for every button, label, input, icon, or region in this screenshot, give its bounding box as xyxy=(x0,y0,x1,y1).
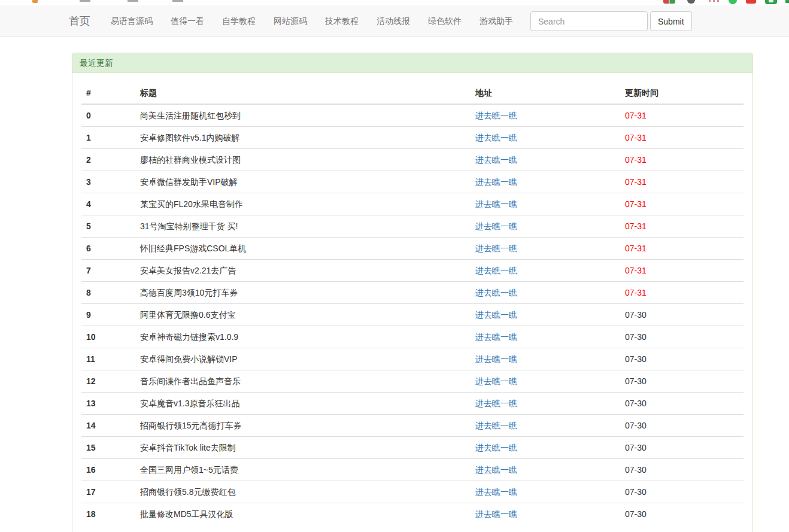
recent-updates-panel: 最近更新 # 标题 地址 更新时间 0 尚美生活注册随机红包秒到 xyxy=(72,53,753,532)
row-title: 31号淘宝特别整理干货 买! xyxy=(135,215,471,238)
row-title: 廖桔的社群商业模式设计图 xyxy=(135,149,471,171)
row-address-cell: 进去瞧一瞧 xyxy=(471,370,620,393)
table-row: 8 高德百度周3领10元打车券 进去瞧一瞧 07-31 xyxy=(81,282,744,304)
row-title: 安卓得间免费小说解锁VIP xyxy=(135,348,471,370)
enter-link[interactable]: 进去瞧一瞧 xyxy=(475,221,517,231)
row-title: 阿里体育无限撸0.6支付宝 xyxy=(135,304,471,326)
enter-link[interactable]: 进去瞧一瞧 xyxy=(475,509,517,519)
table-row: 14 招商银行领15元高德打车券 进去瞧一瞧 07-30 xyxy=(81,415,744,437)
green-extension-icon[interactable] xyxy=(765,0,777,4)
table-row: 15 安卓抖音TikTok lite去限制 进去瞧一瞧 07-30 xyxy=(81,437,744,459)
nav-item-5[interactable]: 活动线报 xyxy=(368,5,419,37)
enter-link[interactable]: 进去瞧一瞧 xyxy=(475,465,517,475)
enter-link[interactable]: 进去瞧一瞧 xyxy=(475,443,517,452)
row-title: 尚美生活注册随机红包秒到 xyxy=(135,104,471,127)
enter-link[interactable]: 进去瞧一瞧 xyxy=(475,155,517,165)
row-date: 07-30 xyxy=(620,370,744,393)
row-index: 15 xyxy=(81,437,135,459)
updates-table: # 标题 地址 更新时间 0 尚美生活注册随机红包秒到 进去瞧一瞧 07-31 … xyxy=(81,82,744,525)
row-address-cell: 进去瞧一瞧 xyxy=(471,393,620,415)
enter-link[interactable]: 进去瞧一瞧 xyxy=(475,332,517,342)
enter-link[interactable]: 进去瞧一瞧 xyxy=(475,354,517,364)
green-status-icon[interactable] xyxy=(729,0,737,4)
nav-item-3[interactable]: 网站源码 xyxy=(265,5,316,37)
row-address-cell: 进去瞧一瞧 xyxy=(471,348,620,370)
menu-dots-icon[interactable] xyxy=(709,0,719,2)
red-extension-icon[interactable] xyxy=(746,0,756,4)
row-address-cell: 进去瞧一瞧 xyxy=(471,260,620,282)
nav-item-6[interactable]: 绿色软件 xyxy=(419,5,471,37)
enter-link[interactable]: 进去瞧一瞧 xyxy=(475,133,517,142)
row-index: 6 xyxy=(81,238,135,260)
row-index: 4 xyxy=(81,193,135,215)
nav-item-1[interactable]: 值得一看 xyxy=(162,5,213,37)
row-index: 16 xyxy=(81,459,135,481)
row-index: 3 xyxy=(81,171,135,193)
enter-link[interactable]: 进去瞧一瞧 xyxy=(475,177,517,187)
row-index: 14 xyxy=(81,415,135,437)
row-date: 07-30 xyxy=(620,459,744,481)
row-date: 07-31 xyxy=(620,171,744,193)
table-row: 0 尚美生活注册随机红包秒到 进去瞧一瞧 07-31 xyxy=(81,104,744,127)
table-row: 9 阿里体育无限撸0.6支付宝 进去瞧一瞧 07-30 xyxy=(81,304,744,326)
enter-link[interactable]: 进去瞧一瞧 xyxy=(475,199,517,209)
row-date: 07-30 xyxy=(620,503,744,525)
translate-icon[interactable] xyxy=(663,0,675,4)
row-date: 07-31 xyxy=(620,238,744,260)
table-row: 4 某宝买的FL20水果电音制作 进去瞧一瞧 07-31 xyxy=(81,193,744,215)
enter-link[interactable]: 进去瞧一瞧 xyxy=(475,111,517,120)
table-row: 2 廖桔的社群商业模式设计图 进去瞧一瞧 07-31 xyxy=(81,149,744,171)
row-date: 07-30 xyxy=(620,437,744,459)
row-title: 音乐间谍作者出品鱼声音乐 xyxy=(135,370,471,393)
table-row: 6 怀旧经典FPS游戏CSOL单机 进去瞧一瞧 07-31 xyxy=(81,238,744,260)
enter-link[interactable]: 进去瞧一瞧 xyxy=(475,399,517,408)
row-address-cell: 进去瞧一瞧 xyxy=(471,104,620,127)
edge-extension-fragment xyxy=(785,0,789,3)
row-date: 07-31 xyxy=(620,282,744,304)
row-address-cell: 进去瞧一瞧 xyxy=(471,171,620,193)
row-title: 某宝买的FL20水果电音制作 xyxy=(135,193,471,215)
enter-link[interactable]: 进去瞧一瞧 xyxy=(475,376,517,386)
nav-item-7[interactable]: 游戏助手 xyxy=(471,5,522,37)
row-index: 17 xyxy=(81,481,135,503)
row-index: 18 xyxy=(81,503,135,525)
search-input[interactable] xyxy=(530,11,648,31)
row-date: 07-30 xyxy=(620,326,744,348)
profile-icon[interactable] xyxy=(687,0,695,4)
submit-button[interactable]: Submit xyxy=(650,11,692,31)
col-header-title: 标题 xyxy=(135,82,471,104)
col-header-updated: 更新时间 xyxy=(620,82,744,104)
table-row: 11 安卓得间免费小说解锁VIP 进去瞧一瞧 07-30 xyxy=(81,348,744,370)
nav-brand-home[interactable]: 首页 xyxy=(69,5,90,37)
row-title: 安卓美女报告v2.21去广告 xyxy=(135,260,471,282)
table-row: 5 31号淘宝特别整理干货 买! 进去瞧一瞧 07-31 xyxy=(81,215,744,238)
row-address-cell: 进去瞧一瞧 xyxy=(471,215,620,238)
row-title: 安卓微信群发助手VIP破解 xyxy=(135,171,471,193)
row-date: 07-30 xyxy=(620,481,744,503)
nav-item-2[interactable]: 自学教程 xyxy=(213,5,265,37)
row-date: 07-30 xyxy=(620,348,744,370)
enter-link[interactable]: 进去瞧一瞧 xyxy=(475,266,517,275)
nav-item-0[interactable]: 易语言源码 xyxy=(102,5,162,37)
table-row: 1 安卓修图软件v5.1内购破解 进去瞧一瞧 07-31 xyxy=(81,127,744,149)
enter-link[interactable]: 进去瞧一瞧 xyxy=(475,421,517,430)
table-row: 18 批量修改MD5工具汉化版 进去瞧一瞧 07-30 xyxy=(81,503,744,525)
panel-title: 最近更新 xyxy=(72,53,752,73)
row-title: 招商银行领15元高德打车券 xyxy=(135,415,471,437)
row-index: 10 xyxy=(81,326,135,348)
row-date: 07-31 xyxy=(620,127,744,149)
enter-link[interactable]: 进去瞧一瞧 xyxy=(475,487,517,497)
enter-link[interactable]: 进去瞧一瞧 xyxy=(475,288,517,297)
nav-item-4[interactable]: 技术教程 xyxy=(316,5,368,37)
row-date: 07-31 xyxy=(620,104,744,127)
row-address-cell: 进去瞧一瞧 xyxy=(471,282,620,304)
panel-body: # 标题 地址 更新时间 0 尚美生活注册随机红包秒到 进去瞧一瞧 07-31 … xyxy=(72,73,752,532)
bookmark-bar-fragment xyxy=(128,0,138,2)
row-title: 安卓魔音v1.3原音乐狂出品 xyxy=(135,393,471,415)
enter-link[interactable]: 进去瞧一瞧 xyxy=(475,244,517,253)
enter-link[interactable]: 进去瞧一瞧 xyxy=(475,310,517,320)
bookmark-bar-fragment xyxy=(172,0,183,2)
row-date: 07-30 xyxy=(620,415,744,437)
row-index: 13 xyxy=(81,393,135,415)
table-row: 3 安卓微信群发助手VIP破解 进去瞧一瞧 07-31 xyxy=(81,171,744,193)
